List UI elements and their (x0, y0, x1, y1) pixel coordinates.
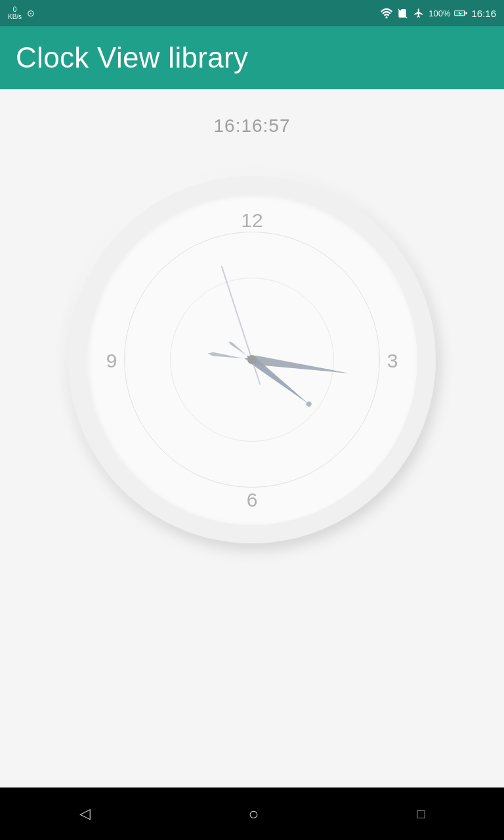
home-button[interactable]: ○ (249, 804, 259, 824)
minute-hand-group (207, 349, 350, 378)
status-bar: 0KB/s ⊙ 100% 16:16 (0, 0, 504, 26)
clock-hands-svg (68, 176, 436, 543)
battery-icon (454, 9, 467, 18)
recent-button[interactable]: □ (417, 807, 425, 822)
svg-point-0 (386, 16, 388, 18)
clock-container: 12 3 6 9 (68, 176, 436, 543)
svg-line-7 (222, 266, 261, 385)
app-bar: Clock View library (0, 26, 504, 89)
second-hand-group (222, 266, 261, 385)
app-title: Clock View library (16, 41, 248, 74)
time-display: 16:16:57 (214, 116, 291, 136)
center-dot (247, 355, 257, 364)
svg-marker-4 (228, 341, 247, 357)
hour-hand-group (226, 339, 312, 408)
status-right: 100% 16:16 (380, 8, 496, 19)
battery-percent: 100% (429, 9, 450, 18)
status-left: 0KB/s ⊙ (8, 6, 35, 20)
status-time: 16:16 (471, 8, 496, 19)
no-sim-icon (397, 8, 409, 18)
nav-bar: ◁ ○ □ (0, 788, 504, 840)
data-speed: 0KB/s (8, 6, 22, 20)
svg-marker-6 (207, 352, 244, 361)
back-button[interactable]: ◁ (79, 805, 91, 822)
record-icon: ⊙ (27, 8, 35, 18)
airplane-icon (413, 8, 425, 18)
main-content: 16:16:57 12 3 6 9 (0, 89, 504, 788)
wifi-icon (380, 8, 393, 18)
